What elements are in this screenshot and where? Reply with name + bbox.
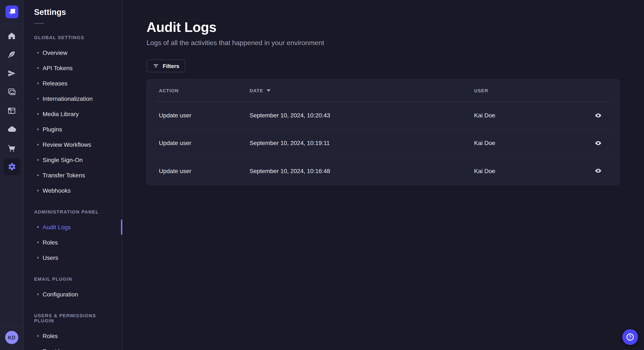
user-cell: Kai Doe [474, 112, 592, 119]
user-cell: Kai Doe [474, 140, 592, 146]
cloud-icon [7, 125, 16, 134]
action-cell: Update user [159, 140, 250, 146]
eye-icon [594, 112, 602, 119]
column-header-user: User [474, 88, 592, 93]
user-avatar[interactable]: KD [5, 331, 18, 344]
sidebar-item-admin-users[interactable]: Users [24, 250, 122, 265]
question-mark-icon: ? [626, 334, 634, 341]
email-plugin-list: Configuration [24, 287, 122, 302]
sidebar-item-transfer-tokens[interactable]: Transfer Tokens [24, 168, 122, 183]
sidebar-item-audit-logs[interactable]: Audit Logs [24, 219, 122, 235]
nav-media-library-button[interactable] [3, 83, 20, 100]
home-icon [7, 31, 16, 40]
section-label-email-plugin: EMAIL PLUGIN [34, 276, 112, 282]
pictures-icon [7, 87, 16, 97]
column-header-date[interactable]: Date [250, 88, 474, 93]
nav-marketplace-button[interactable] [3, 140, 20, 157]
main-content: Audit Logs Logs of all the activities th… [123, 0, 644, 350]
administration-panel-list: Audit Logs Roles Users [24, 219, 122, 265]
action-cell: Update user [159, 167, 250, 174]
view-log-button[interactable] [592, 165, 604, 177]
page-subtitle: Logs of all the activities that happened… [146, 39, 644, 47]
section-label-administration-panel: ADMINISTRATION PANEL [34, 209, 112, 214]
sidebar-item-admin-roles[interactable]: Roles [24, 235, 122, 250]
paper-plane-icon [7, 69, 16, 78]
audit-logs-table: Action Date User Update user September 1… [146, 79, 620, 185]
nav-content-type-builder-button[interactable] [3, 102, 20, 119]
sidebar-item-review-workflows[interactable]: Review Workflows [24, 137, 122, 152]
sidebar-item-media-library[interactable]: Media Library [24, 106, 122, 122]
users-permissions-plugin-list: Roles Providers [24, 328, 122, 350]
nav-releases-button[interactable] [3, 65, 20, 82]
main-nav-rail: KD [0, 0, 24, 350]
nav-content-manager-button[interactable] [3, 46, 20, 63]
action-cell: Update user [159, 112, 250, 119]
user-cell: Kai Doe [474, 167, 592, 174]
section-label-users-permissions-plugin: USERS & PERMISSIONS PLUGIN [34, 313, 112, 323]
strapi-logo[interactable] [5, 5, 18, 18]
sidebar-item-webhooks[interactable]: Webhooks [24, 183, 122, 198]
column-header-action: Action [159, 88, 250, 93]
strapi-logo-icon [5, 5, 18, 18]
sidebar-item-up-providers[interactable]: Providers [24, 344, 122, 350]
table-row: Update user September 10, 2024, 10:20:43… [156, 102, 611, 129]
date-cell: September 10, 2024, 10:20:43 [250, 112, 474, 119]
section-label-global-settings: GLOBAL SETTINGS [34, 35, 112, 40]
column-header-date-label: Date [250, 88, 263, 93]
app-window: KD Settings GLOBAL SETTINGS Overview API… [0, 0, 644, 350]
filter-lines-icon [152, 62, 159, 69]
caret-down-icon [267, 89, 270, 92]
nav-deploy-button[interactable] [3, 121, 20, 138]
rail-bottom-divider [0, 326, 24, 327]
sidebar-item-single-sign-on[interactable]: Single Sign-On [24, 152, 122, 168]
global-settings-list: Overview API Tokens Releases Internation… [24, 45, 122, 198]
settings-subnav: Settings GLOBAL SETTINGS Overview API To… [24, 0, 123, 350]
gear-icon [7, 162, 16, 172]
date-cell: September 10, 2024, 10:16:48 [250, 167, 474, 174]
feather-icon [7, 50, 16, 59]
date-cell: September 10, 2024, 10:19:11 [250, 140, 474, 146]
filters-button-label: Filters [163, 63, 179, 69]
subnav-title: Settings [34, 8, 122, 17]
help-button[interactable]: ? [622, 329, 638, 345]
table-row: Update user September 10, 2024, 10:19:11… [156, 129, 611, 157]
sidebar-item-up-roles[interactable]: Roles [24, 328, 122, 344]
shopping-cart-icon [7, 144, 16, 153]
eye-icon [594, 167, 602, 174]
sidebar-item-plugins[interactable]: Plugins [24, 122, 122, 137]
eye-icon [594, 139, 602, 147]
filters-button[interactable]: Filters [146, 59, 185, 72]
view-log-button[interactable] [592, 137, 604, 149]
subnav-title-rule [34, 23, 44, 24]
table-row: Update user September 10, 2024, 10:16:48… [156, 157, 611, 184]
layout-icon [7, 106, 16, 115]
sidebar-item-internationalization[interactable]: Internationalization [24, 91, 122, 106]
nav-settings-button[interactable] [3, 158, 20, 175]
view-log-button[interactable] [592, 109, 604, 121]
table-header-row: Action Date User [156, 80, 611, 102]
sidebar-item-api-tokens[interactable]: API Tokens [24, 60, 122, 76]
sidebar-item-overview[interactable]: Overview [24, 45, 122, 60]
sidebar-item-email-configuration[interactable]: Configuration [24, 287, 122, 302]
sidebar-item-releases[interactable]: Releases [24, 76, 122, 91]
page-title: Audit Logs [146, 19, 644, 35]
nav-home-button[interactable] [3, 27, 20, 44]
